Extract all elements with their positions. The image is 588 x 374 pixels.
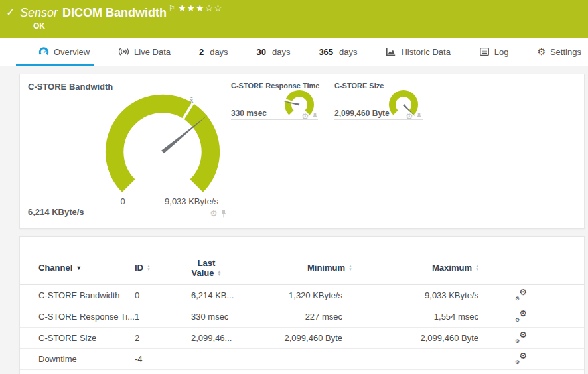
- channel-id: -4: [135, 354, 191, 364]
- pin-icon[interactable]: [220, 210, 227, 218]
- channels-table-panel: Channel ▼ ID ▲▼ Last Value ▲▼ Minimum ▲▼…: [19, 236, 585, 374]
- gauge-scale-min: 0: [113, 196, 133, 206]
- tab-overview-label: Overview: [54, 47, 90, 57]
- channel-maximum: 2,099,460 Byte: [342, 333, 478, 343]
- channel-maximum: 9,033 KByte/s: [342, 290, 478, 300]
- tab-365-days[interactable]: 365 days: [319, 38, 357, 66]
- tab-settings[interactable]: ⚙ Settings: [537, 38, 581, 66]
- priority-stars[interactable]: ★★★☆☆: [178, 3, 223, 13]
- gear-icon: ⚙: [537, 47, 546, 56]
- sort-icon: ▲▼: [147, 265, 151, 271]
- tab-2-days[interactable]: 2 days: [199, 38, 228, 66]
- channel-minimum: 227 msec: [263, 312, 342, 322]
- tab-log[interactable]: Log: [479, 38, 509, 66]
- column-header-id-label: ID: [135, 263, 143, 273]
- gauge-size-value: 2,099,460 Byte: [334, 109, 390, 118]
- channel-id: 0: [135, 290, 191, 300]
- table-row[interactable]: C-STORE Bandwidth 0 6,214 KB... 1,320 KB…: [20, 285, 584, 306]
- gauge-size-title: C-STORE Size: [334, 82, 384, 90]
- column-header-minimum-label: Minimum: [307, 263, 345, 273]
- sort-icon: ▲▼: [218, 270, 222, 277]
- tab-365-days-label: days: [339, 47, 357, 57]
- chart-icon: [386, 46, 396, 57]
- tab-live-data-label: Live Data: [134, 47, 171, 57]
- tab-historic-data[interactable]: Historic Data: [386, 38, 450, 66]
- tab-log-label: Log: [494, 47, 509, 57]
- channel-maximum: 1,554 msec: [342, 312, 478, 322]
- tab-2-days-number: 2: [199, 47, 204, 57]
- tile-divider: [334, 119, 423, 120]
- overview-gauges-panel: C-STORE Bandwidth x̄ 0 9,033 KByte/s 6,2…: [19, 74, 585, 229]
- channel-settings-icon[interactable]: ⚙⚙: [515, 310, 527, 321]
- column-header-value-label: Value: [192, 268, 214, 278]
- gauge-icon: [38, 46, 49, 57]
- channel-name[interactable]: C-STORE Size: [38, 333, 135, 343]
- gear-icon[interactable]: ⚙: [210, 209, 218, 218]
- stars-filled[interactable]: ★★★: [178, 3, 205, 13]
- channel-minimum: 1,320 KByte/s: [263, 290, 342, 300]
- gauge-main-value: 6,214 KByte/s: [28, 207, 84, 217]
- sensor-status-badge: OK: [33, 21, 45, 31]
- sort-icon: ▲▼: [348, 265, 352, 271]
- tab-settings-label: Settings: [550, 47, 581, 57]
- channel-minimum: 2,099,460 Byte: [263, 333, 342, 343]
- status-ok-check-icon: ✓: [6, 6, 15, 19]
- tab-bar: Overview Live Data 2 days 30 days 365 da…: [0, 38, 588, 66]
- gauge-response-value: 330 msec: [231, 109, 267, 118]
- tile-divider: [28, 218, 220, 218]
- column-header-last-label: Last: [198, 258, 216, 268]
- bandwidth-gauge: [101, 89, 224, 212]
- channel-settings-icon[interactable]: ⚙⚙: [515, 353, 527, 363]
- average-marker: x̄: [190, 96, 194, 104]
- sensor-header: ✓ SensorDICOM Bandwidth⚐ ★★★☆☆ OK: [0, 0, 588, 38]
- column-header-channel-label: Channel: [38, 263, 72, 273]
- tab-30-days-number: 30: [257, 47, 266, 57]
- column-header-maximum-label: Maximum: [432, 263, 472, 273]
- column-header-maximum[interactable]: Maximum ▲▼: [432, 263, 479, 273]
- tab-30-days[interactable]: 30 days: [257, 38, 291, 66]
- channel-name[interactable]: C-STORE Bandwidth: [38, 290, 135, 300]
- channel-name[interactable]: Downtime: [38, 354, 135, 364]
- stars-empty[interactable]: ☆☆: [205, 3, 223, 13]
- sensor-title: SensorDICOM Bandwidth⚐: [20, 4, 175, 20]
- channel-id: 1: [135, 312, 191, 322]
- tile-divider: [231, 119, 318, 120]
- priority-flag-icon[interactable]: ⚐: [169, 4, 175, 12]
- channel-id: 2: [135, 333, 191, 343]
- channels-table-header: Channel ▼ ID ▲▼ Last Value ▲▼ Minimum ▲▼…: [20, 237, 584, 285]
- tab-historic-data-label: Historic Data: [401, 47, 450, 57]
- tab-2-days-label: days: [210, 47, 228, 57]
- sensor-kind-label: Sensor: [20, 6, 58, 19]
- channel-settings-icon[interactable]: ⚙⚙: [515, 332, 527, 342]
- sensor-name: DICOM Bandwidth: [62, 6, 167, 19]
- sort-icon: ▲▼: [475, 265, 479, 271]
- broadcast-icon: [118, 46, 129, 57]
- column-header-last-value[interactable]: Last Value ▲▼: [192, 258, 222, 278]
- column-header-id[interactable]: ID ▲▼: [135, 263, 191, 273]
- sort-desc-icon: ▼: [76, 265, 82, 271]
- channel-last-value: 330 msec: [191, 312, 263, 322]
- channel-settings-icon[interactable]: ⚙⚙: [515, 289, 527, 300]
- table-row[interactable]: C-STORE Size 2 2,099,46... 2,099,460 Byt…: [20, 328, 584, 349]
- channel-last-value: 2,099,46...: [191, 333, 263, 343]
- tab-30-days-label: days: [272, 47, 290, 57]
- column-header-minimum[interactable]: Minimum ▲▼: [307, 263, 352, 273]
- column-header-channel[interactable]: Channel ▼: [38, 263, 135, 273]
- log-icon: [479, 46, 490, 57]
- channel-name[interactable]: C-STORE Response Ti...: [38, 312, 135, 322]
- table-row[interactable]: Downtime -4 ⚙⚙: [20, 349, 584, 370]
- tab-live-data[interactable]: Live Data: [118, 38, 171, 66]
- tab-overview[interactable]: Overview: [38, 38, 90, 66]
- table-row[interactable]: C-STORE Response Ti... 1 330 msec 227 ms…: [20, 306, 584, 328]
- channel-last-value: 6,214 KB...: [191, 290, 263, 300]
- tab-365-days-number: 365: [319, 47, 333, 57]
- gauge-scale-max: 9,033 KByte/s: [165, 196, 218, 206]
- gauge-main-actions: ⚙: [210, 209, 227, 218]
